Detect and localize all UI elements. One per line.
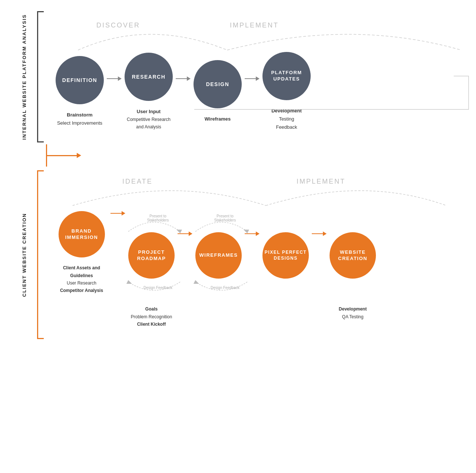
bottom-bracket — [37, 170, 44, 339]
svg-marker-1 — [126, 280, 132, 284]
bottom-arrow-head-4 — [323, 231, 327, 236]
wireframes-circle: WIREFRAMES — [195, 232, 242, 279]
research-circle: RESEARCH — [125, 53, 173, 101]
brand-item-1: User Research — [56, 279, 108, 287]
platform-updates-items: Development Testing Feedback — [271, 107, 302, 131]
main-container: INTERNAL WEBSITE PLATFORM ANALYSIS DISCO… — [0, 0, 476, 358]
design-circle-item: DESIGN Wireframes — [194, 60, 242, 123]
svg-marker-0 — [176, 230, 182, 233]
website-creation-items: Development QA Testing — [339, 305, 367, 321]
design-label: DESIGN — [206, 81, 229, 88]
brand-immersion-items: Client Assets and Guidelines User Resear… — [56, 264, 108, 295]
website-item-0: Development — [339, 305, 367, 313]
bottom-implement-label: IMPLEMENT — [297, 178, 346, 185]
research-item-1: Competitive Research and Analysis — [125, 116, 173, 131]
platform-updates-circle: PLATFORM UPDATES — [262, 52, 311, 100]
arrow-2 — [176, 76, 191, 81]
arrow-head-3 — [256, 76, 260, 81]
research-circle-item: RESEARCH User Input Competitive Research… — [125, 53, 173, 131]
brand-immersion-label: BRAND IMMERSION — [59, 228, 105, 241]
brand-item-0: Client Assets and Guidelines — [56, 264, 108, 279]
design-item-0: Wireframes — [205, 115, 231, 123]
website-item-1: QA Testing — [339, 313, 367, 321]
wireframes-feedback-area: Present to Stakeholders — [195, 211, 242, 231]
ideate-label: IDEATE — [122, 178, 153, 185]
bottom-arc-area: IDEATE IMPLEMENT — [48, 174, 461, 207]
website-creation-circle-item: WEBSITE CREATION Development QA Testing — [330, 211, 376, 321]
wireframes-label: WIREFRAMES — [199, 252, 238, 259]
bottom-arrow-line-2 — [178, 233, 189, 234]
top-arc-area: DISCOVER IMPLEMENT — [48, 15, 461, 52]
orange-connector — [44, 144, 461, 167]
platform-item-1: Testing — [271, 115, 302, 123]
right-return-line — [454, 52, 476, 115]
platform-updates-circle-item: PLATFORM UPDATES Development Testing Fee… — [262, 52, 311, 131]
research-label: RESEARCH — [132, 73, 166, 80]
arrow-line-3 — [245, 78, 256, 79]
top-arc-svg — [48, 15, 461, 52]
wireframes-design-feedback-area: Design Feedback — [195, 280, 242, 299]
top-process-flow: DEFINITION Brainstorm Select Improvement… — [48, 52, 461, 131]
wireframes-design-feedback-svg — [184, 280, 258, 300]
project-roadmap-circle: PROJECT ROADMAP — [128, 232, 175, 279]
bottom-section: CLIENT WEBSITE CREATION IDEATE IMPLEMENT — [15, 170, 461, 339]
roadmap-item-0: Goals — [131, 305, 172, 313]
platform-item-2: Feedback — [271, 123, 302, 131]
bottom-arc-svg — [48, 174, 461, 207]
definition-label: DEFINITION — [62, 77, 97, 83]
bottom-vertical-label-container: CLIENT WEBSITE CREATION — [15, 170, 33, 339]
roadmap-item-1: Problem Recognition — [131, 313, 172, 321]
svg-marker-3 — [194, 280, 199, 284]
project-roadmap-circle-item: Present to Stakeholders PROJECT ROADMAP … — [128, 211, 175, 328]
roadmap-feedback-area: Present to Stakeholders — [128, 211, 175, 231]
roadmap-design-feedback-area: Design Feedback — [128, 280, 175, 299]
platform-item-0: Development — [271, 107, 302, 115]
website-creation-circle: WEBSITE CREATION — [330, 232, 376, 279]
project-roadmap-label: PROJECT ROADMAP — [128, 249, 175, 262]
arrow-1 — [107, 76, 122, 81]
research-item-0: User Input — [125, 108, 173, 116]
definition-circle: DEFINITION — [56, 56, 104, 104]
present-stakeholders-1: Present to Stakeholders — [139, 214, 176, 222]
pixel-perfect-label: PIXEL PERFECT DESIGNS — [262, 250, 309, 261]
orange-h-line — [47, 155, 77, 156]
top-bracket — [37, 11, 44, 142]
top-section-label: INTERNAL WEBSITE PLATFORM ANALYSIS — [22, 14, 27, 140]
bottom-arrow-line-3 — [245, 233, 256, 234]
bottom-section-label: CLIENT WEBSITE CREATION — [22, 213, 27, 297]
design-items: Wireframes — [205, 115, 231, 123]
roadmap-design-feedback-svg — [117, 280, 191, 300]
arrow-line-2 — [176, 78, 187, 79]
arrow-head-2 — [187, 76, 191, 81]
bottom-process-flow: BRAND IMMERSION Client Assets and Guidel… — [48, 207, 461, 328]
design-circle: DESIGN — [194, 60, 242, 108]
definition-item-1: Select Improvements — [57, 119, 102, 127]
project-roadmap-items: Goals Problem Recognition Client Kickoff — [131, 305, 172, 328]
brand-immersion-circle: BRAND IMMERSION — [59, 211, 105, 257]
top-implement-label: IMPLEMENT — [230, 22, 279, 29]
arrow-line-1 — [107, 78, 118, 79]
bottom-arrow-4 — [312, 231, 327, 236]
research-items: User Input Competitive Research and Anal… — [125, 108, 173, 131]
website-creation-label: WEBSITE CREATION — [330, 249, 376, 262]
design-feedback-2: Design Feedback — [206, 286, 244, 290]
svg-marker-2 — [244, 230, 249, 233]
pixel-perfect-circle: PIXEL PERFECT DESIGNS — [262, 232, 309, 279]
brand-immersion-circle-item: BRAND IMMERSION Client Assets and Guidel… — [56, 211, 108, 295]
top-section-content: DISCOVER IMPLEMENT DEFINITION Brainstorm… — [48, 11, 461, 142]
arrow-head-1 — [118, 76, 122, 81]
bottom-arrow-line-4 — [312, 233, 323, 234]
discover-label: DISCOVER — [96, 22, 140, 29]
present-stakeholders-2: Present to Stakeholders — [206, 214, 244, 222]
definition-circle-item: DEFINITION Brainstorm Select Improvement… — [56, 56, 104, 127]
pixel-perfect-circle-item: PIXEL PERFECT DESIGNS — [262, 211, 309, 299]
bottom-section-content: IDEATE IMPLEMENT BRAND IMMERSION Client … — [48, 170, 461, 339]
orange-arrow — [77, 153, 81, 158]
top-section: INTERNAL WEBSITE PLATFORM ANALYSIS DISCO… — [15, 11, 461, 142]
brand-item-2: Competitor Analysis — [56, 287, 108, 294]
top-vertical-label-container: INTERNAL WEBSITE PLATFORM ANALYSIS — [15, 11, 33, 142]
roadmap-item-2: Client Kickoff — [131, 321, 172, 328]
platform-updates-label: PLATFORM UPDATES — [262, 70, 311, 82]
definition-items: Brainstorm Select Improvements — [57, 111, 102, 127]
definition-item-0: Brainstorm — [57, 111, 102, 119]
